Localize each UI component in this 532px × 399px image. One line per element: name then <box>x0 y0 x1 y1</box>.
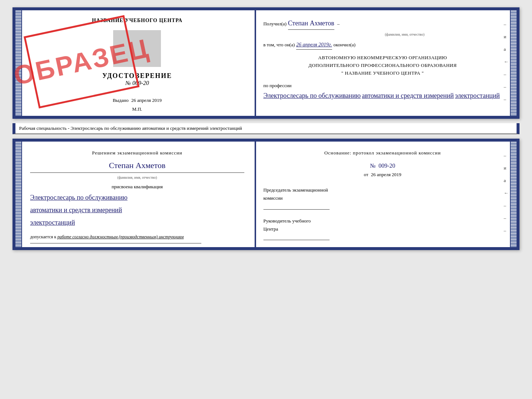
org-line2: ДОПОЛНИТЕЛЬНОГО ПРОФЕССИОНАЛЬНОГО ОБРАЗО… <box>263 62 502 70</box>
signature-line-bottom-left <box>30 243 201 243</box>
spine-left-bottom <box>15 142 22 247</box>
training-center-title: НАЗВАНИЕ УЧЕБНОГО ЦЕНТРА <box>92 18 182 24</box>
mp-row: М.П. <box>132 106 142 112</box>
v-tom-label: в том, что он(а) <box>263 41 295 49</box>
bottom-right-content: Основание: протокол экзаменационной коми… <box>263 149 502 240</box>
vydano-date: 26 апреля 2019 <box>131 97 162 103</box>
predsedatel-signature-line <box>263 209 330 210</box>
rukovoditel-signature-line <box>263 240 330 240</box>
ot-date: от 26 апреля 2019 <box>263 171 502 179</box>
poluchil-row: Получил(а) Степан Ахметов – <box>263 18 502 30</box>
udostoverenie-block: УДОСТОВЕРЕНИЕ № 009-20 <box>102 72 172 86</box>
bottom-left-page: Решением экзаменационной комиссии Степан… <box>15 142 256 247</box>
top-right-content: Получил(а) Степан Ахметов – (фамилия, им… <box>263 18 502 101</box>
qualification-block: Электрослесарь по обслуживанию автоматик… <box>30 191 244 229</box>
spine-right-bottom <box>510 142 517 247</box>
poluchil-label: Получил(а) <box>263 20 287 28</box>
recipient-name-bottom: Степан Ахметов <box>30 158 244 173</box>
rukovoditel-line1: Руководитель учебного <box>263 217 502 225</box>
ot-label: от <box>364 172 368 177</box>
predsedatel-block: Председатель экзаменационной комиссии <box>263 186 502 209</box>
org-line3: " НАЗВАНИЕ УЧЕБНОГО ЦЕНТРА " <box>263 70 502 77</box>
fio-hint-top: (фамилия, имя, отчество) <box>285 31 524 38</box>
date-value-top: 26 апреля 2019г. <box>296 40 332 50</box>
dash-top: – <box>337 20 340 28</box>
prisvoena-label: присвоена квалификация <box>30 183 244 191</box>
profession-line3-top: электростанций <box>455 92 500 99</box>
top-left-page: НАЗВАНИЕ УЧЕБНОГО ЦЕНТРА УДОСТОВЕРЕНИЕ №… <box>15 10 256 116</box>
profession-block-top: Электрослесарь по обслуживанию автоматик… <box>263 90 502 101</box>
udostoverenie-label: УДОСТОВЕРЕНИЕ <box>102 72 172 80</box>
profession-line1-top: Электрослесарь по обслуживанию <box>263 92 361 99</box>
fio-hint-bottom: (фамилия, имя, отчество) <box>30 174 244 181</box>
po-professii: по профессии <box>263 82 502 90</box>
work-specialty-bar: Рабочая специальность - Электрослесарь п… <box>12 123 520 134</box>
top-right-page: Получил(а) Степан Ахметов – (фамилия, им… <box>256 10 517 116</box>
photo-placeholder <box>113 30 161 67</box>
nomer-text: № 009-20 <box>102 80 172 86</box>
vydano-label: Выдано <box>113 97 129 103</box>
qualification-line2: автоматики и средств измерений <box>30 204 244 216</box>
resheniem-label: Решением экзаменационной комиссии <box>30 149 244 157</box>
recipient-name-top: Степан Ахметов <box>288 18 334 30</box>
osnovanie-label: Основание: протокол экзаменационной коми… <box>263 149 502 157</box>
org-line1: АВТОНОМНУЮ НЕКОММЕРЧЕСКУЮ ОРГАНИЗАЦИЮ <box>263 54 502 62</box>
nomer-label: № <box>370 163 375 169</box>
spine-left <box>15 10 22 116</box>
side-letters-bottom: – и а ← – – – <box>504 153 508 234</box>
qualification-line1: Электрослесарь по обслуживанию <box>30 191 244 204</box>
profession-line2-top: автоматики и средств измерений <box>362 92 454 99</box>
dopuskaetsya-label: допускается к <box>30 234 56 239</box>
qualification-line3: электростанций <box>30 216 244 229</box>
spine-right-top <box>510 10 517 116</box>
vydano-row: Выдано 26 апреля 2019 <box>113 97 162 103</box>
org-block: АВТОНОМНУЮ НЕКОММЕРЧЕСКУЮ ОРГАНИЗАЦИЮ ДО… <box>263 54 502 77</box>
nomer-value: 009-20 <box>378 163 395 169</box>
po-professii-label: по профессии <box>263 83 292 88</box>
top-left-content: НАЗВАНИЕ УЧЕБНОГО ЦЕНТРА УДОСТОВЕРЕНИЕ №… <box>30 18 244 112</box>
rukovoditel-line2: Центра <box>263 225 502 233</box>
v-tom-row: в том, что он(а) 26 апреля 2019г. окончи… <box>263 40 502 50</box>
bottom-document: Решением экзаменационной комиссии Степан… <box>12 139 520 250</box>
top-document: НАЗВАНИЕ УЧЕБНОГО ЦЕНТРА УДОСТОВЕРЕНИЕ №… <box>12 7 520 119</box>
bottom-left-content: Решением экзаменационной комиссии Степан… <box>30 149 244 243</box>
side-letters-top: – и а ← – – – <box>504 21 508 102</box>
ot-value: 26 апреля 2019 <box>371 172 402 177</box>
bottom-right-page: Основание: протокол экзаменационной коми… <box>256 142 517 247</box>
dopuskaetsya-value: работе согласно должностным (производств… <box>57 234 184 239</box>
protocol-nomer: № 009-20 <box>263 161 502 171</box>
predsedatel-line2: комиссии <box>263 194 502 202</box>
predsedatel-line1: Председатель экзаменационной <box>263 186 502 194</box>
rukovoditel-block: Руководитель учебного Центра <box>263 217 502 240</box>
dopuskaetsya-block: допускается к работе согласно должностны… <box>30 233 244 241</box>
okonchil-label: окончил(а) <box>334 41 356 49</box>
work-specialty-text: Рабочая специальность - Электрослесарь п… <box>19 125 242 131</box>
